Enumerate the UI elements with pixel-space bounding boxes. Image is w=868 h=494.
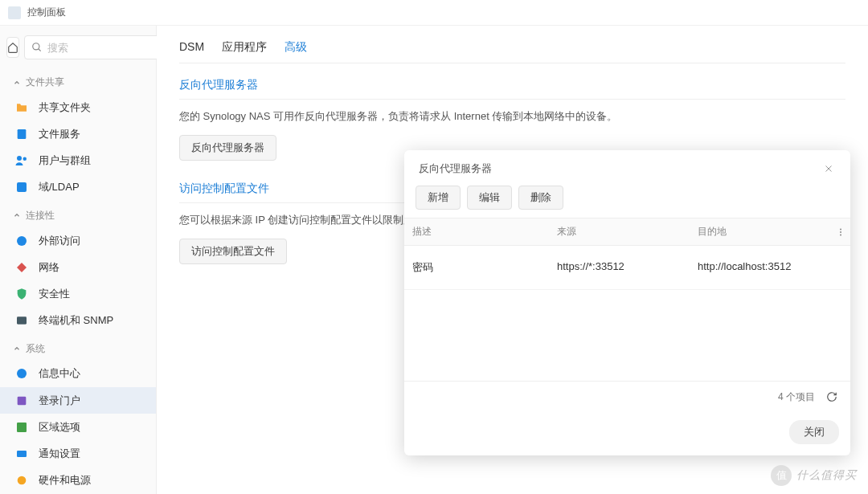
svg-line-1 (39, 49, 41, 51)
sidebar-item-label: 共享文件夹 (39, 100, 91, 115)
app-icon (8, 6, 21, 19)
modal-close-button[interactable] (821, 161, 836, 176)
create-button[interactable]: 新增 (416, 186, 461, 210)
modal-table: 描述 来源 目的地 密码 https://*:33512 http://loca… (404, 218, 850, 381)
svg-point-8 (17, 369, 27, 378)
sidebar-item-terminal-snmp[interactable]: 终端机和 SNMP (0, 308, 156, 334)
col-source[interactable]: 来源 (549, 218, 690, 245)
edit-button[interactable]: 编辑 (467, 186, 512, 210)
info-icon (14, 366, 29, 381)
svg-point-4 (23, 157, 27, 161)
sidebar-item-external-access[interactable]: 外部访问 (0, 227, 156, 254)
table-header: 描述 来源 目的地 (404, 218, 850, 246)
sidebar-item-login-portal[interactable]: 登录门户 (0, 387, 156, 414)
regional-icon (14, 420, 29, 435)
sidebar-item-label: 终端机和 SNMP (39, 313, 113, 328)
ldap-icon (14, 180, 29, 194)
home-icon (7, 42, 18, 53)
more-vertical-icon (836, 227, 845, 237)
svg-point-17 (840, 234, 841, 235)
sidebar-item-ldap[interactable]: 域/LDAP (0, 174, 156, 201)
cell-source: https://*:33512 (549, 254, 690, 281)
group-label: 连接性 (26, 209, 55, 223)
sidebar-item-label: 外部访问 (39, 234, 80, 248)
sidebar-item-regional[interactable]: 区域选项 (0, 414, 156, 440)
terminal-icon (14, 313, 29, 328)
sidebar-item-label: 文件服务 (39, 127, 80, 141)
sidebar-item-shared-folder[interactable]: 共享文件夹 (0, 94, 156, 120)
section-desc: 您的 Synology NAS 可用作反向代理服务器，负责将请求从 Intern… (179, 109, 845, 124)
hardware-icon (14, 473, 29, 488)
sidebar-group-connectivity[interactable]: 连接性 (0, 201, 156, 227)
svg-point-0 (33, 43, 39, 50)
col-desc[interactable]: 描述 (404, 218, 549, 245)
globe-icon (14, 234, 29, 248)
item-count: 4 个项目 (778, 390, 815, 404)
modal-toolbar: 新增 编辑 删除 (404, 186, 850, 218)
close-button[interactable]: 关闭 (789, 420, 839, 444)
cell-dest: http://localhost:3512 (690, 254, 850, 281)
svg-rect-2 (18, 129, 27, 139)
svg-point-3 (17, 156, 22, 161)
sidebar-item-label: 区域选项 (39, 420, 80, 435)
chevron-up-icon (13, 345, 21, 353)
sidebar-group-file-sharing[interactable]: 文件共享 (0, 67, 156, 94)
modal-title: 反向代理服务器 (419, 161, 492, 176)
reverse-proxy-modal: 反向代理服务器 新增 编辑 删除 描述 来源 目的地 密码 https://*:… (404, 150, 850, 455)
svg-rect-10 (17, 423, 27, 432)
sidebar-item-label: 安全性 (39, 287, 70, 301)
portal-icon (14, 394, 29, 408)
sidebar-item-label: 登录门户 (39, 394, 80, 408)
sidebar-item-label: 网络 (39, 260, 59, 275)
svg-rect-5 (17, 182, 27, 192)
search-icon (31, 42, 43, 53)
modal-footer: 4 个项目 (404, 381, 850, 412)
sidebar-item-security[interactable]: 安全性 (0, 280, 156, 307)
sidebar-item-notification[interactable]: 通知设置 (0, 441, 156, 467)
svg-point-16 (840, 231, 841, 233)
column-menu-button[interactable] (831, 218, 850, 245)
sidebar-item-users-groups[interactable]: 用户与群组 (0, 147, 156, 174)
sidebar: 文件共享 共享文件夹 文件服务 用户与群组 域/LDAP 连接性 外部访问 (0, 26, 157, 494)
close-icon (824, 164, 833, 174)
reverse-proxy-button[interactable]: 反向代理服务器 (179, 135, 276, 161)
sidebar-item-label: 信息中心 (39, 366, 80, 381)
chevron-up-icon (13, 79, 21, 87)
tab-applications[interactable]: 应用程序 (222, 40, 267, 63)
tab-bar: DSM 应用程序 高级 (179, 40, 845, 63)
refresh-icon (826, 391, 837, 402)
notify-icon (14, 447, 29, 461)
watermark: 值 什么值得买 (771, 465, 857, 486)
chevron-up-icon (13, 211, 21, 219)
table-row[interactable]: 密码 https://*:33512 http://localhost:3512 (404, 246, 850, 290)
sidebar-item-label: 用户与群组 (39, 153, 91, 168)
section-title: 反向代理服务器 (179, 75, 845, 100)
cell-desc: 密码 (404, 254, 549, 281)
tab-dsm[interactable]: DSM (179, 40, 204, 63)
watermark-text: 什么值得买 (796, 468, 857, 483)
sidebar-item-hardware-power[interactable]: 硬件和电源 (0, 467, 156, 494)
svg-rect-9 (18, 396, 27, 405)
group-label: 文件共享 (26, 76, 64, 89)
refresh-button[interactable] (825, 390, 839, 404)
access-control-button[interactable]: 访问控制配置文件 (179, 239, 287, 264)
section-reverse-proxy: 反向代理服务器 您的 Synology NAS 可用作反向代理服务器，负责将请求… (179, 75, 845, 161)
users-icon (14, 153, 29, 168)
svg-point-15 (840, 228, 841, 230)
sidebar-item-info-center[interactable]: 信息中心 (0, 361, 156, 387)
tab-advanced[interactable]: 高级 (285, 40, 307, 63)
svg-rect-7 (17, 317, 27, 325)
window-title: 控制面板 (27, 6, 66, 19)
svg-point-6 (17, 236, 27, 246)
home-button[interactable] (6, 37, 19, 58)
shield-icon (14, 287, 29, 301)
svg-point-12 (18, 476, 27, 485)
sidebar-item-network[interactable]: 网络 (0, 254, 156, 280)
sidebar-item-file-services[interactable]: 文件服务 (0, 120, 156, 147)
sidebar-group-system[interactable]: 系统 (0, 334, 156, 361)
delete-button[interactable]: 删除 (518, 186, 563, 210)
sidebar-item-label: 域/LDAP (39, 180, 80, 194)
col-dest[interactable]: 目的地 (690, 218, 831, 245)
file-service-icon (14, 127, 29, 141)
watermark-badge: 值 (771, 465, 792, 486)
